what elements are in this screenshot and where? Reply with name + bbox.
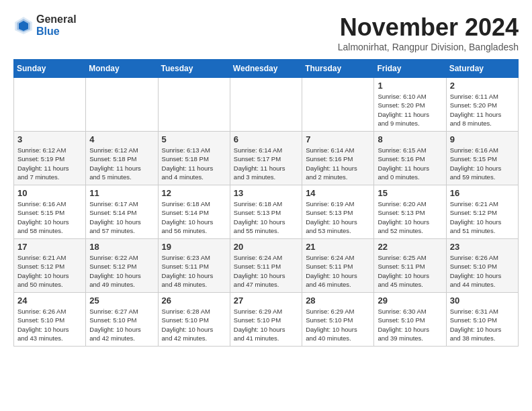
- calendar-header: SundayMondayTuesdayWednesdayThursdayFrid…: [14, 60, 519, 78]
- calendar-cell: 20Sunrise: 6:24 AMSunset: 5:11 PMDayligh…: [230, 239, 302, 293]
- calendar-cell: 23Sunrise: 6:26 AMSunset: 5:10 PMDayligh…: [446, 239, 518, 293]
- day-number: 3: [17, 134, 82, 144]
- day-info: Sunrise: 6:22 AMSunset: 5:12 PMDaylight:…: [89, 253, 154, 289]
- day-info: Sunrise: 6:25 AMSunset: 5:11 PMDaylight:…: [378, 253, 442, 289]
- day-number: 14: [306, 188, 370, 198]
- day-info: Sunrise: 6:12 AMSunset: 5:19 PMDaylight:…: [17, 146, 82, 181]
- title-section: November 2024 Lalmonirhat, Rangpur Divis…: [338, 13, 519, 52]
- calendar-cell: 13Sunrise: 6:18 AMSunset: 5:13 PMDayligh…: [230, 185, 302, 239]
- calendar-week-3: 10Sunrise: 6:16 AMSunset: 5:15 PMDayligh…: [14, 185, 519, 239]
- day-info: Sunrise: 6:21 AMSunset: 5:12 PMDaylight:…: [17, 253, 82, 289]
- header-day-thursday: Thursday: [302, 60, 374, 78]
- day-number: 15: [378, 188, 442, 198]
- day-number: 16: [450, 188, 515, 198]
- calendar-cell: [158, 78, 230, 132]
- day-info: Sunrise: 6:15 AMSunset: 5:16 PMDaylight:…: [378, 146, 442, 181]
- calendar-cell: 29Sunrise: 6:30 AMSunset: 5:10 PMDayligh…: [374, 293, 446, 347]
- day-info: Sunrise: 6:11 AMSunset: 5:20 PMDaylight:…: [450, 92, 515, 128]
- calendar-cell: 27Sunrise: 6:29 AMSunset: 5:10 PMDayligh…: [230, 293, 302, 347]
- calendar-cell: 21Sunrise: 6:24 AMSunset: 5:11 PMDayligh…: [302, 239, 374, 293]
- header-day-tuesday: Tuesday: [158, 60, 230, 78]
- header-day-sunday: Sunday: [14, 60, 86, 78]
- day-info: Sunrise: 6:18 AMSunset: 5:14 PMDaylight:…: [162, 199, 226, 235]
- calendar-week-4: 17Sunrise: 6:21 AMSunset: 5:12 PMDayligh…: [14, 239, 519, 293]
- day-info: Sunrise: 6:28 AMSunset: 5:10 PMDaylight:…: [162, 307, 226, 342]
- location-text: Lalmonirhat, Rangpur Division, Banglades…: [338, 42, 519, 52]
- day-number: 28: [306, 295, 370, 306]
- calendar-week-5: 24Sunrise: 6:26 AMSunset: 5:10 PMDayligh…: [14, 293, 519, 347]
- day-info: Sunrise: 6:24 AMSunset: 5:11 PMDaylight:…: [306, 253, 370, 289]
- calendar-cell: 19Sunrise: 6:23 AMSunset: 5:11 PMDayligh…: [158, 239, 230, 293]
- day-number: 19: [162, 242, 226, 252]
- calendar-cell: 26Sunrise: 6:28 AMSunset: 5:10 PMDayligh…: [158, 293, 230, 347]
- day-number: 21: [306, 242, 370, 252]
- calendar-table: SundayMondayTuesdayWednesdayThursdayFrid…: [13, 59, 519, 347]
- calendar-cell: 8Sunrise: 6:15 AMSunset: 5:16 PMDaylight…: [374, 132, 446, 185]
- calendar-cell: 30Sunrise: 6:31 AMSunset: 5:10 PMDayligh…: [446, 293, 518, 347]
- logo-blue-text: Blue: [36, 26, 77, 38]
- day-info: Sunrise: 6:16 AMSunset: 5:15 PMDaylight:…: [17, 199, 82, 235]
- day-number: 26: [162, 295, 226, 306]
- day-info: Sunrise: 6:12 AMSunset: 5:18 PMDaylight:…: [89, 146, 154, 181]
- calendar-cell: 22Sunrise: 6:25 AMSunset: 5:11 PMDayligh…: [374, 239, 446, 293]
- day-info: Sunrise: 6:20 AMSunset: 5:13 PMDaylight:…: [378, 199, 442, 235]
- calendar-cell: 11Sunrise: 6:17 AMSunset: 5:14 PMDayligh…: [86, 185, 158, 239]
- calendar-cell: 2Sunrise: 6:11 AMSunset: 5:20 PMDaylight…: [446, 78, 518, 132]
- day-info: Sunrise: 6:16 AMSunset: 5:15 PMDaylight:…: [450, 146, 515, 181]
- day-number: 27: [234, 295, 298, 306]
- day-info: Sunrise: 6:18 AMSunset: 5:13 PMDaylight:…: [234, 199, 298, 235]
- day-number: 17: [17, 242, 82, 252]
- calendar-cell: 15Sunrise: 6:20 AMSunset: 5:13 PMDayligh…: [374, 185, 446, 239]
- calendar-cell: 10Sunrise: 6:16 AMSunset: 5:15 PMDayligh…: [14, 185, 86, 239]
- day-info: Sunrise: 6:21 AMSunset: 5:12 PMDaylight:…: [450, 199, 515, 235]
- day-number: 9: [450, 134, 515, 144]
- day-info: Sunrise: 6:26 AMSunset: 5:10 PMDaylight:…: [17, 307, 82, 342]
- day-number: 29: [378, 295, 442, 306]
- day-number: 6: [234, 134, 298, 144]
- calendar-body: 1Sunrise: 6:10 AMSunset: 5:20 PMDaylight…: [14, 78, 519, 347]
- day-number: 10: [17, 188, 82, 198]
- month-title: November 2024: [338, 13, 519, 42]
- page-header: General Blue November 2024 Lalmonirhat, …: [13, 13, 519, 52]
- calendar-cell: [86, 78, 158, 132]
- day-number: 24: [17, 295, 82, 306]
- day-number: 4: [89, 134, 154, 144]
- calendar-cell: [14, 78, 86, 132]
- day-info: Sunrise: 6:17 AMSunset: 5:14 PMDaylight:…: [89, 199, 154, 235]
- day-number: 12: [162, 188, 226, 198]
- day-info: Sunrise: 6:24 AMSunset: 5:11 PMDaylight:…: [234, 253, 298, 289]
- day-number: 30: [450, 295, 515, 306]
- day-number: 11: [89, 188, 154, 198]
- header-day-saturday: Saturday: [446, 60, 518, 78]
- calendar-cell: 3Sunrise: 6:12 AMSunset: 5:19 PMDaylight…: [14, 132, 86, 185]
- calendar-cell: 6Sunrise: 6:14 AMSunset: 5:17 PMDaylight…: [230, 132, 302, 185]
- calendar-cell: 7Sunrise: 6:14 AMSunset: 5:16 PMDaylight…: [302, 132, 374, 185]
- day-number: 20: [234, 242, 298, 252]
- day-number: 25: [89, 295, 154, 306]
- day-info: Sunrise: 6:27 AMSunset: 5:10 PMDaylight:…: [89, 307, 154, 342]
- header-row: SundayMondayTuesdayWednesdayThursdayFrid…: [14, 60, 519, 78]
- day-info: Sunrise: 6:30 AMSunset: 5:10 PMDaylight:…: [378, 307, 442, 342]
- day-number: 22: [378, 242, 442, 252]
- calendar-cell: [230, 78, 302, 132]
- calendar-cell: 24Sunrise: 6:26 AMSunset: 5:10 PMDayligh…: [14, 293, 86, 347]
- day-info: Sunrise: 6:29 AMSunset: 5:10 PMDaylight:…: [234, 307, 298, 342]
- day-number: 8: [378, 134, 442, 144]
- day-info: Sunrise: 6:14 AMSunset: 5:17 PMDaylight:…: [234, 146, 298, 181]
- logo-general-text: General: [36, 13, 77, 26]
- day-number: 2: [450, 81, 515, 91]
- day-info: Sunrise: 6:14 AMSunset: 5:16 PMDaylight:…: [306, 146, 370, 181]
- calendar-cell: [302, 78, 374, 132]
- calendar-cell: 25Sunrise: 6:27 AMSunset: 5:10 PMDayligh…: [86, 293, 158, 347]
- logo: General Blue: [13, 13, 77, 37]
- calendar-week-2: 3Sunrise: 6:12 AMSunset: 5:19 PMDaylight…: [14, 132, 519, 185]
- day-info: Sunrise: 6:23 AMSunset: 5:11 PMDaylight:…: [162, 253, 226, 289]
- calendar-cell: 14Sunrise: 6:19 AMSunset: 5:13 PMDayligh…: [302, 185, 374, 239]
- logo-text: General Blue: [36, 13, 77, 37]
- day-number: 5: [162, 134, 226, 144]
- calendar-cell: 9Sunrise: 6:16 AMSunset: 5:15 PMDaylight…: [446, 132, 518, 185]
- header-day-friday: Friday: [374, 60, 446, 78]
- calendar-cell: 17Sunrise: 6:21 AMSunset: 5:12 PMDayligh…: [14, 239, 86, 293]
- day-info: Sunrise: 6:26 AMSunset: 5:10 PMDaylight:…: [450, 253, 515, 289]
- day-number: 1: [378, 81, 442, 91]
